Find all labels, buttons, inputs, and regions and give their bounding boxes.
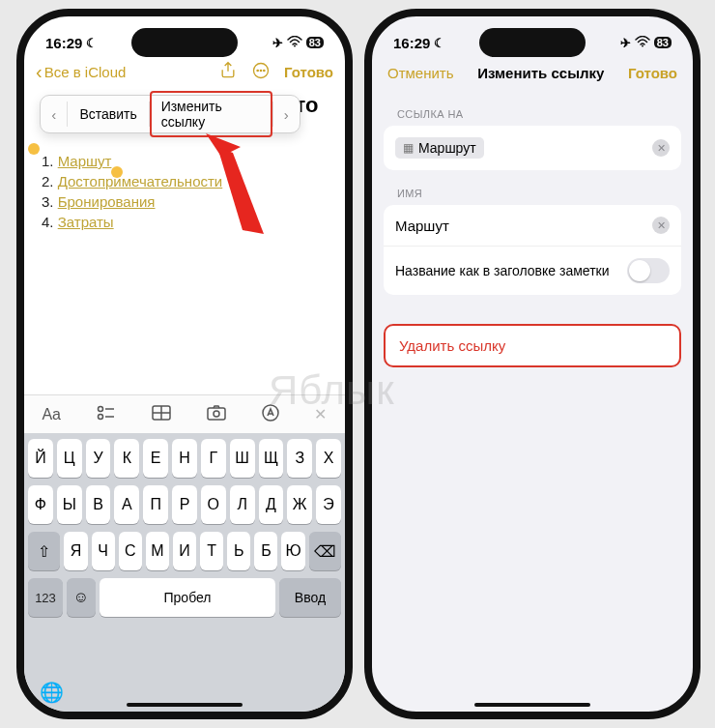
name-group: Маршут ✕ Название как в заголовке заметк…	[384, 205, 681, 295]
home-indicator[interactable]	[127, 703, 243, 707]
name-field[interactable]: Маршут ✕	[384, 205, 681, 247]
list-item: 3. Бронирования	[42, 193, 328, 210]
link-target-field[interactable]: ▦ Маршрут ✕	[384, 126, 681, 170]
wifi-icon	[287, 36, 302, 50]
key-Ь[interactable]: Ь	[227, 532, 250, 570]
svg-point-0	[294, 44, 296, 46]
phone-left: 16:29 ☾ ✈ 83 ‹ Все в iCloud Готово Поезд…	[16, 9, 353, 719]
key-Э[interactable]: Э	[316, 485, 341, 524]
key-Й[interactable]: Й	[28, 439, 53, 478]
key-Ч[interactable]: Ч	[92, 532, 115, 570]
menu-next-icon[interactable]: ›	[273, 106, 300, 123]
checklist-icon[interactable]	[97, 405, 116, 424]
note-icon: ▦	[403, 141, 414, 155]
backspace-key[interactable]: ⌫	[309, 532, 341, 570]
delete-link-group: Удалить ссылку	[384, 324, 681, 367]
airplane-icon: ✈	[272, 36, 283, 50]
link-to-group: ▦ Маршрут ✕	[384, 126, 681, 170]
space-key[interactable]: Пробел	[100, 578, 275, 617]
more-icon[interactable]	[251, 61, 271, 83]
annotation-arrow-icon	[194, 133, 281, 240]
key-Т[interactable]: Т	[200, 532, 223, 570]
key-Щ[interactable]: Щ	[259, 439, 284, 478]
key-С[interactable]: С	[119, 532, 142, 570]
svg-point-15	[214, 411, 219, 417]
list-item: 4. Затраты	[42, 214, 328, 230]
key-З[interactable]: З	[287, 439, 312, 478]
camera-icon[interactable]	[207, 405, 226, 424]
key-Ш[interactable]: Ш	[230, 439, 255, 478]
note-body[interactable]: Поездка в Турцию на авто ‹ Вставить Изме…	[24, 91, 345, 236]
svg-point-17	[642, 44, 644, 46]
svg-marker-6	[217, 147, 264, 234]
enter-key[interactable]: Ввод	[279, 578, 341, 617]
key-Е[interactable]: Е	[143, 439, 168, 478]
key-Ц[interactable]: Ц	[57, 439, 82, 478]
key-Х[interactable]: Х	[316, 439, 341, 478]
menu-prev-icon[interactable]: ‹	[41, 106, 67, 123]
nav-bar: ‹ Все в iCloud Готово	[24, 55, 345, 91]
list-item: 1. Маршут	[42, 153, 328, 169]
battery-indicator: 83	[306, 37, 324, 48]
shift-key[interactable]: ⇧	[28, 532, 60, 570]
keyboard: ЙЦУКЕНГШЩЗХ ФЫВАПРОЛДЖЭ ⇧ ЯЧСМИТЬБЮ ⌫ 12…	[24, 433, 345, 712]
list-item: 2. Достопримечательности	[42, 173, 328, 189]
format-text-icon[interactable]: Aa	[42, 406, 61, 423]
table-icon[interactable]	[152, 405, 171, 424]
menu-edit-link[interactable]: Изменить ссылку	[150, 91, 272, 137]
use-note-title-toggle[interactable]	[627, 258, 670, 283]
svg-point-2	[257, 70, 258, 71]
numbers-key[interactable]: 123	[28, 578, 63, 617]
link-route[interactable]: Маршут	[58, 153, 112, 169]
done-button[interactable]: Готово	[628, 65, 677, 81]
clear-icon[interactable]: ✕	[652, 217, 670, 234]
key-Л[interactable]: Л	[230, 485, 255, 524]
globe-icon[interactable]: 🌐	[40, 681, 64, 704]
cancel-button[interactable]: Отменить	[387, 65, 454, 81]
key-А[interactable]: А	[114, 485, 139, 524]
key-Ы[interactable]: Ы	[57, 485, 82, 524]
selection-handle-icon[interactable]	[111, 166, 123, 178]
key-К[interactable]: К	[114, 439, 139, 478]
chip-label: Маршрут	[418, 140, 476, 156]
section-name: ИМЯ	[372, 170, 693, 205]
key-Ж[interactable]: Ж	[287, 485, 312, 524]
key-Н[interactable]: Н	[172, 439, 197, 478]
key-Ю[interactable]: Ю	[281, 532, 304, 570]
back-button[interactable]: ‹ Все в iCloud	[36, 61, 126, 83]
delete-link-button[interactable]: Удалить ссылку	[386, 326, 679, 365]
key-О[interactable]: О	[201, 485, 226, 524]
key-М[interactable]: М	[146, 532, 169, 570]
home-indicator[interactable]	[474, 703, 590, 707]
use-note-title-row: Название как в заголовке заметки	[384, 247, 681, 295]
key-У[interactable]: У	[86, 439, 111, 478]
battery-indicator: 83	[654, 37, 672, 48]
svg-point-9	[98, 414, 102, 419]
note-chip[interactable]: ▦ Маршрут	[395, 137, 484, 159]
selection-handle-icon[interactable]	[28, 143, 40, 155]
key-В[interactable]: В	[86, 485, 111, 524]
svg-point-3	[260, 70, 261, 71]
key-Р[interactable]: Р	[172, 485, 197, 524]
key-П[interactable]: П	[143, 485, 168, 524]
key-Д[interactable]: Д	[259, 485, 284, 524]
svg-point-7	[98, 406, 102, 411]
emoji-key[interactable]: ☺	[67, 578, 96, 617]
key-Г[interactable]: Г	[201, 439, 226, 478]
context-menu: ‹ Вставить Изменить ссылку ›	[40, 95, 300, 133]
note-list[interactable]: 1. Маршут 2. Достопримечательности 3. Бр…	[42, 153, 328, 230]
airplane-icon: ✈	[620, 36, 631, 50]
done-button[interactable]: Готово	[284, 64, 333, 80]
key-Б[interactable]: Б	[254, 532, 277, 570]
link-bookings[interactable]: Бронирования	[58, 193, 156, 210]
share-icon[interactable]	[218, 61, 238, 83]
link-costs[interactable]: Затраты	[58, 214, 114, 230]
menu-insert[interactable]: Вставить	[68, 106, 148, 122]
status-time: 16:29	[393, 35, 430, 51]
key-Ф[interactable]: Ф	[28, 485, 53, 524]
chevron-left-icon: ‹	[36, 61, 43, 83]
key-Я[interactable]: Я	[64, 532, 87, 570]
section-link-to: ССЫЛКА НА	[372, 91, 693, 126]
key-И[interactable]: И	[173, 532, 196, 570]
clear-icon[interactable]: ✕	[652, 139, 670, 157]
